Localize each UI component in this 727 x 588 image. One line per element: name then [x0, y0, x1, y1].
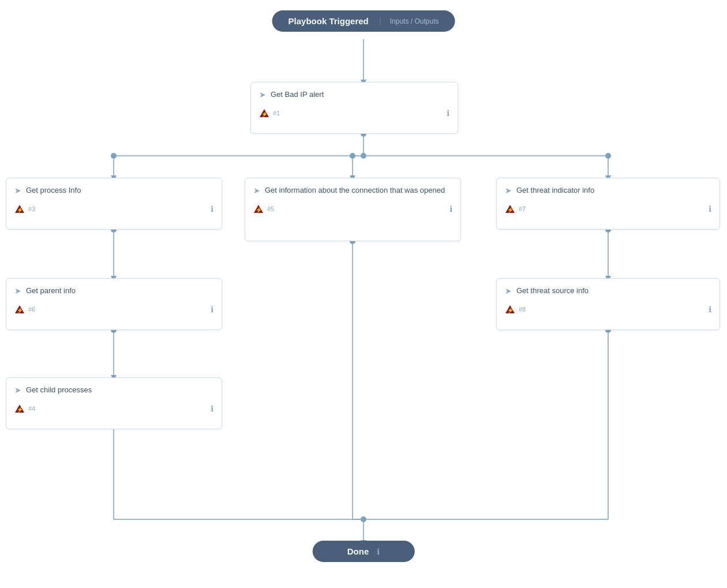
card-header: ➤ Get Bad IP alert — [259, 89, 449, 100]
card-footer: ⚡ #6 ℹ — [14, 304, 213, 314]
task-number: #5 — [267, 205, 274, 212]
workflow-canvas: Playbook Triggered Inputs / Outputs Done… — [0, 0, 727, 588]
done-title: Done — [347, 546, 369, 556]
svg-text:⚡: ⚡ — [17, 406, 24, 413]
card-footer: ⚡ #7 ℹ — [505, 204, 711, 214]
chevron-right-icon: ➤ — [253, 186, 260, 195]
card-footer: ⚡ #5 ℹ — [253, 204, 452, 214]
task-number: #6 — [28, 306, 35, 313]
card-title: Get threat indicator info — [516, 185, 594, 196]
warning-icon: ⚡ — [505, 304, 515, 314]
card-header: ➤ Get threat indicator info — [505, 185, 711, 196]
task-number: #4 — [28, 405, 35, 412]
chevron-right-icon: ➤ — [14, 286, 21, 295]
card-header: ➤ Get child processes — [14, 385, 213, 395]
card-header: ➤ Get process Info — [14, 185, 213, 196]
svg-text:⚡: ⚡ — [507, 307, 514, 314]
card-get-threat-indicator[interactable]: ➤ Get threat indicator info ⚡ #7 ℹ — [496, 178, 720, 230]
card-info-icon[interactable]: ℹ — [709, 305, 711, 314]
card-header: ➤ Get parent info — [14, 286, 213, 296]
svg-text:⚡: ⚡ — [507, 207, 514, 214]
task-number: #8 — [519, 306, 526, 313]
card-get-bad-ip[interactable]: ➤ Get Bad IP alert ⚡ #1 ℹ — [250, 82, 458, 134]
card-left-footer: ⚡ #1 — [259, 108, 280, 118]
chevron-right-icon: ➤ — [505, 286, 512, 295]
chevron-right-icon: ➤ — [14, 186, 21, 195]
card-title: Get threat source info — [516, 286, 589, 296]
warning-icon: ⚡ — [253, 204, 264, 214]
card-footer: ⚡ #8 ℹ — [505, 304, 711, 314]
svg-point-27 — [361, 153, 366, 159]
warning-icon: ⚡ — [14, 204, 25, 214]
card-info-icon[interactable]: ℹ — [211, 204, 213, 214]
card-get-parent-info[interactable]: ➤ Get parent info ⚡ #6 ℹ — [6, 278, 222, 330]
card-info-icon[interactable]: ℹ — [211, 404, 213, 413]
card-get-child-processes[interactable]: ➤ Get child processes ⚡ #4 ℹ — [6, 377, 222, 429]
card-info-icon[interactable]: ℹ — [447, 108, 449, 118]
card-title: Get parent info — [26, 286, 76, 296]
task-number: #7 — [519, 205, 526, 212]
done-info-icon[interactable]: ℹ — [377, 547, 380, 556]
chevron-right-icon: ➤ — [259, 90, 266, 99]
card-get-process-info[interactable]: ➤ Get process Info ⚡ #3 ℹ — [6, 178, 222, 230]
card-header: ➤ Get threat source info — [505, 286, 711, 296]
svg-point-24 — [111, 153, 117, 159]
card-left-footer: ⚡ #6 — [14, 304, 35, 314]
card-header: ➤ Get information about the connection t… — [253, 185, 452, 196]
warning-icon: ⚡ — [14, 403, 25, 414]
trigger-title: Playbook Triggered — [288, 16, 369, 26]
card-info-icon[interactable]: ℹ — [449, 204, 452, 214]
chevron-right-icon: ➤ — [505, 186, 512, 195]
warning-icon: ⚡ — [14, 304, 25, 314]
svg-text:⚡: ⚡ — [17, 207, 24, 214]
svg-point-25 — [350, 153, 355, 159]
task-number: #3 — [28, 205, 35, 212]
card-footer: ⚡ #1 ℹ — [259, 108, 449, 118]
card-footer: ⚡ #4 ℹ — [14, 403, 213, 414]
card-footer: ⚡ #3 ℹ — [14, 204, 213, 214]
card-get-connection-info[interactable]: ➤ Get information about the connection t… — [245, 178, 461, 241]
card-title: Get child processes — [26, 385, 92, 395]
card-title: Get Bad IP alert — [271, 89, 324, 100]
trigger-node[interactable]: Playbook Triggered Inputs / Outputs — [272, 10, 455, 32]
card-title: Get information about the connection tha… — [265, 185, 445, 196]
warning-icon: ⚡ — [505, 204, 515, 214]
card-left-footer: ⚡ #4 — [14, 403, 35, 414]
warning-icon: ⚡ — [259, 108, 269, 118]
chevron-right-icon: ➤ — [14, 385, 21, 395]
card-left-footer: ⚡ #5 — [253, 204, 274, 214]
inputs-outputs-label[interactable]: Inputs / Outputs — [380, 17, 439, 25]
done-node[interactable]: Done ℹ — [313, 541, 415, 562]
card-left-footer: ⚡ #3 — [14, 204, 35, 214]
svg-text:⚡: ⚡ — [17, 307, 24, 314]
svg-point-26 — [605, 153, 611, 159]
svg-text:⚡: ⚡ — [261, 111, 268, 118]
card-info-icon[interactable]: ℹ — [709, 204, 711, 214]
svg-point-34 — [361, 516, 366, 522]
card-info-icon[interactable]: ℹ — [211, 305, 213, 314]
card-left-footer: ⚡ #8 — [505, 304, 526, 314]
task-number: #1 — [273, 110, 280, 117]
card-left-footer: ⚡ #7 — [505, 204, 526, 214]
card-title: Get process Info — [26, 185, 81, 196]
card-get-threat-source[interactable]: ➤ Get threat source info ⚡ #8 ℹ — [496, 278, 720, 330]
svg-text:⚡: ⚡ — [256, 207, 263, 214]
